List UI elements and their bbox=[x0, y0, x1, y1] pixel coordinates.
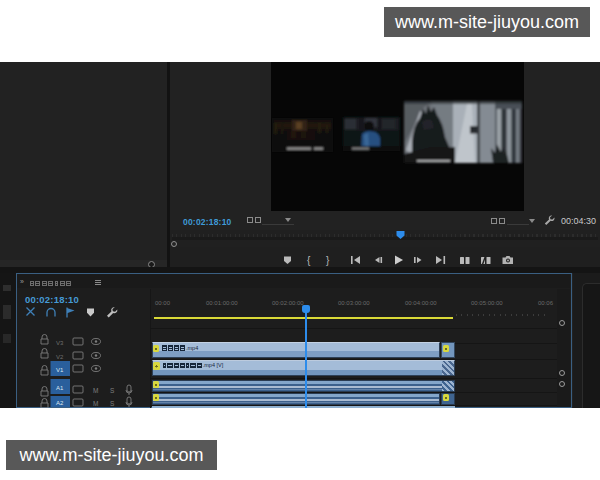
svg-text:S: S bbox=[110, 387, 115, 394]
svg-text:V3: V3 bbox=[56, 340, 64, 346]
svg-text:}: } bbox=[326, 255, 330, 266]
svg-text:M: M bbox=[93, 387, 98, 394]
svg-text:V2: V2 bbox=[56, 354, 64, 360]
svg-text:{: { bbox=[307, 255, 311, 266]
svg-text:V1: V1 bbox=[56, 367, 64, 373]
svg-text:A1: A1 bbox=[56, 385, 64, 391]
svg-text:M: M bbox=[93, 400, 98, 407]
svg-text:S: S bbox=[110, 400, 115, 407]
svg-text:A2: A2 bbox=[56, 400, 64, 406]
